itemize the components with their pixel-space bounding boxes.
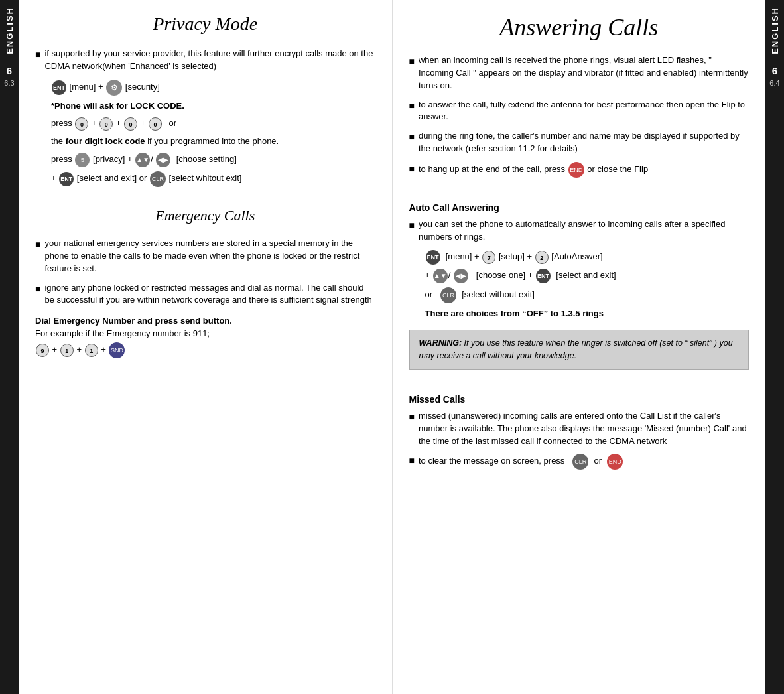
missed-bullet-1: ■ missed (unanswered) incoming calls are… [409,410,750,448]
bullet-icon-em1: ■ [35,238,40,251]
enter-btn-2: ENT [59,172,74,186]
right-lang-label: ENGLISH [770,7,780,54]
left-column: Privacy Mode ■ if supported by your serv… [19,0,393,694]
btn-7-setup: 7 [482,251,495,264]
left-section-number: 6.3 [4,79,14,87]
answering-calls-title: Answering Calls [409,13,750,41]
auto-call-choices: There are choices from “OFF” to 1.3.5 ri… [425,307,750,321]
clr-btn-missed: CLR [572,454,588,470]
end-btn-missed: END [607,454,623,470]
nav-btn-1: ▲▼ [135,153,150,167]
auto-call-title: Auto Call Answering [409,202,750,213]
left-side-tab: ENGLISH 6 6.3 [0,0,19,694]
answering-text-2: to answer the call, fully extend the ant… [419,99,749,124]
privacy-bullet-1: ■ if supported by your service provider,… [35,48,375,73]
dial-title-block: Dial Emergency Number and press send but… [35,316,375,358]
bullet-icon-missed2: ■ [409,454,415,467]
btn-0-4: 0 [149,117,162,131]
clr-btn-auto: CLR [440,287,456,303]
btn-2-auto: 2 [535,251,549,264]
bullet-icon-auto1: ■ [409,218,415,232]
btn-5-privacy: 5 [75,153,90,167]
divider-1 [409,190,750,190]
right-section-number: 6.4 [769,79,779,87]
answering-text-4: to hang up at the end of the call, press… [419,162,648,178]
enter-btn-1: ENT [52,80,66,95]
lock-code-label: *Phone will ask for LOCK CODE. [51,101,184,111]
dial-example-label: For example if the Emergency number is 9… [35,328,375,338]
answering-bullet-2: ■ to answer the call, fully extend the a… [409,99,750,124]
privacy-text-1: if supported by your service provider, t… [44,48,375,73]
answering-bullet-4: ■ to hang up at the end of the call, pre… [409,162,750,178]
auto-call-or-row: or CLR [select without exit] [425,287,750,303]
missed-text-2: to clear the message on screen, press CL… [419,454,623,470]
bullet-icon-1: ■ [35,48,40,61]
warning-box: WARNING: If you use this feature when th… [409,330,750,370]
nav-btn-auto2: ◀▶ [454,269,468,283]
bullet-icon-ans4: ■ [409,162,415,175]
auto-call-text-1: you can set the phone to automatically a… [419,218,749,243]
privacy-mode-title: Privacy Mode [35,13,375,35]
emergency-bullet-2: ■ ignore any phone locked or restricted … [35,282,375,307]
answering-text-3: during the ring tone, the caller's numbe… [419,130,749,155]
left-chapter-number: 6 [7,65,12,76]
btn-0-3: 0 [124,117,137,131]
privacy-menu-line: ENT [menu] + ⚙ [security] [51,80,375,96]
nav-btn-2: ◀▶ [156,153,170,167]
warning-body: If you use this feature when the ringer … [419,338,733,360]
privacy-four-digit-line: the four digit lock code if you programm… [51,135,375,149]
privacy-press2-line: press 5 [privacy] + ▲▼/ ◀▶ [choose setti… [51,153,375,167]
enter-btn-auto2: ENT [536,269,551,283]
divider-2 [409,382,750,382]
btn-9: 9 [36,344,49,357]
auto-call-nav-row: + ▲▼/ ◀▶ [choose one] + ENT [select and … [425,269,750,283]
dial-title-label: Dial Emergency Number and press send but… [35,316,375,326]
answering-bullet-1: ■ when an incoming call is received the … [409,54,750,92]
or-text-1: or [169,118,177,128]
or-text-2: or [139,174,147,184]
enter-btn-auto: ENT [426,250,440,265]
missed-bullet-2: ■ to clear the message on screen, press … [409,454,750,470]
btn-0-1: 0 [75,117,88,131]
btn-0-2: 0 [99,117,113,131]
clr-btn-1: CLR [150,171,166,187]
bullet-icon-ans2: ■ [409,99,415,112]
missed-text-1: missed (unanswered) incoming calls are e… [419,410,749,448]
btn-1-1: 1 [60,344,74,357]
send-btn: SND [109,342,125,358]
end-call-btn: END [568,162,584,178]
dial-buttons-row: 9 + 1 + 1 + SND [35,342,375,358]
emergency-title: Emergency Calls [35,207,375,224]
btn-1-2: 1 [85,344,98,357]
emergency-section: Emergency Calls ■ your national emergenc… [35,207,375,358]
privacy-select-line: + ENT [select and exit] or CLR [select w… [51,171,375,187]
privacy-press-line: press 0 + 0 + 0 + 0 or [51,117,375,131]
bullet-icon-missed1: ■ [409,410,415,423]
left-lang-label: ENGLISH [5,7,15,54]
bullet-icon-em2: ■ [35,282,40,295]
privacy-lock-line: *Phone will ask for LOCK CODE. [51,100,375,113]
main-content: Privacy Mode ■ if supported by your serv… [19,0,765,694]
auto-call-bullet-1: ■ you can set the phone to automatically… [409,218,750,243]
gear-btn-1: ⚙ [106,80,122,96]
emergency-bullet-1: ■ your national emergency services numbe… [35,238,375,275]
answering-text-1: when an incoming call is received the ph… [419,54,749,92]
answering-bullet-3: ■ during the ring tone, the caller's num… [409,130,750,155]
emergency-text-1: your national emergency services numbers… [44,238,375,275]
warning-label: WARNING: [419,338,462,348]
bullet-icon-ans1: ■ [409,54,415,68]
right-column: Answering Calls ■ when an incoming call … [393,0,766,694]
bullet-icon-ans3: ■ [409,130,415,143]
emergency-text-2: ignore any phone locked or restricted me… [44,282,375,307]
missed-calls-title: Missed Calls [409,394,750,405]
four-digit-label: four digit lock code [66,136,145,146]
nav-btn-auto1: ▲▼ [433,269,448,283]
auto-call-menu-row: ENT [menu] + 7 [setup] + 2 [AutoAnswer] [425,250,750,265]
right-chapter-number: 6 [772,65,777,76]
right-side-tab: ENGLISH 6 6.4 [765,0,784,694]
